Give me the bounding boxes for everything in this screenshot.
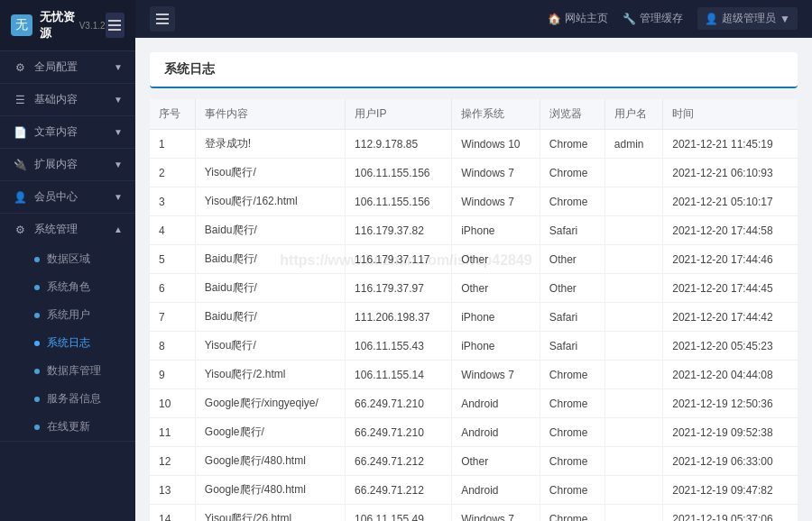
table-row: 14Yisou爬行/26.html106.11.155.49Windows 7C… [150,505,798,522]
sidebar-item-basic-content[interactable]: ☰ 基础内容 ▼ [0,84,135,115]
system-icon: ⚙ [13,223,27,237]
content-icon: ☰ [13,93,27,107]
sidebar-item-system-log[interactable]: 系统日志 [0,329,135,357]
arrow-icon: ▼ [114,192,123,202]
sub-menu-label: 系统角色 [47,279,90,295]
header-row: 序号 事件内容 用户IP 操作系统 浏览器 用户名 时间 [150,99,798,130]
table-cell: iPhone [452,216,540,245]
table-cell: 2 [150,159,195,187]
table-cell: Other [452,274,540,303]
table-cell: Baidu爬行/ [195,216,345,245]
sidebar-item-member-center[interactable]: 👤 会员中心 ▼ [0,181,135,213]
main-area: 🏠 网站主页 🔧 管理缓存 👤 超级管理员 ▼ 系统日志 序号 [135,0,812,521]
table-cell: admin [604,130,662,159]
table-row: 10Google爬行/xingyeqiye/66.249.71.210Andro… [150,389,798,418]
col-event: 事件内容 [195,99,345,130]
menu-group-basic: ☰ 基础内容 ▼ [0,84,135,116]
menu-group-article: 📄 文章内容 ▼ [0,116,135,149]
sidebar-item-system-role[interactable]: 系统角色 [0,273,135,301]
table-header: 序号 事件内容 用户IP 操作系统 浏览器 用户名 时间 [150,99,798,130]
extend-icon: 🔌 [13,158,27,172]
table-row: 3Yisou爬行/162.html106.11.155.156Windows 7… [150,187,798,216]
table-cell: Google爬行/ [195,418,345,447]
table-cell: Android [452,418,540,447]
table-cell: 112.9.178.85 [346,130,452,159]
topbar-menu-toggle[interactable] [150,6,175,32]
sidebar-item-global-config[interactable]: ⚙ 全局配置 ▼ [0,51,135,83]
table-cell [604,245,662,274]
chevron-down-icon: ▼ [780,13,790,25]
sub-menu-label: 数据区域 [47,251,90,267]
table-cell: 66.249.71.212 [346,447,452,476]
table-cell: 10 [150,389,195,418]
table-cell: 7 [150,303,195,332]
sidebar-item-extend-content[interactable]: 🔌 扩展内容 ▼ [0,149,135,180]
admin-cache-link[interactable]: 🔧 管理缓存 [623,11,683,26]
table-row: 1登录成功!112.9.178.85Windows 10Chromeadmin2… [150,130,798,159]
home-link-label: 网站主页 [565,11,608,26]
app-name: 无忧资源 [40,9,76,41]
table-cell: 106.11.155.156 [346,187,452,216]
table-cell: Chrome [540,361,604,389]
table-row: 5Baidu爬行/116.179.37.117OtherOther2021-12… [150,245,798,274]
topbar: 🏠 网站主页 🔧 管理缓存 👤 超级管理员 ▼ [135,0,812,38]
table-cell: Chrome [540,130,604,159]
table-body: 1登录成功!112.9.178.85Windows 10Chromeadmin2… [150,130,798,522]
table-cell: Google爬行/480.html [195,476,345,505]
table-cell: Yisou爬行/ [195,332,345,361]
sidebar-item-article-content[interactable]: 📄 文章内容 ▼ [0,116,135,148]
menu-toggle-button[interactable] [106,13,125,38]
menu-group-extend: 🔌 扩展内容 ▼ [0,149,135,181]
table-cell: 14 [150,505,195,522]
table-cell: 2021-12-20 17:44:46 [663,245,798,274]
table-cell: 2021-12-19 05:37:06 [663,505,798,522]
sidebar-item-system-manage[interactable]: ⚙ 系统管理 ▲ [0,214,135,245]
table-cell: Google爬行/480.html [195,447,345,476]
table-cell: Safari [540,303,604,332]
table-cell: 登录成功! [195,130,345,159]
table-cell: 106.11.155.156 [346,159,452,187]
table-cell: 116.179.37.117 [346,245,452,274]
table-cell: 1 [150,130,195,159]
table-cell [604,274,662,303]
table-cell: 2021-12-21 05:10:17 [663,187,798,216]
log-table-container: 序号 事件内容 用户IP 操作系统 浏览器 用户名 时间 1登录成功!112.9… [150,99,798,521]
sidebar-item-online-update[interactable]: 在线更新 [0,413,135,441]
arrow-icon: ▼ [114,160,123,169]
user-icon: 👤 [705,13,718,25]
table-cell: Chrome [540,476,604,505]
table-cell: 106.11.155.49 [346,505,452,522]
menu-label: 文章内容 [34,124,78,140]
dot-icon [34,397,40,402]
user-dropdown[interactable]: 👤 超级管理员 ▼ [697,7,798,30]
table-row: 4Baidu爬行/116.179.37.82iPhoneSafari2021-1… [150,216,798,245]
table-cell: Chrome [540,505,604,522]
table-cell: 2021-12-20 17:44:42 [663,303,798,332]
sidebar-item-system-user[interactable]: 系统用户 [0,301,135,329]
table-cell: Other [452,447,540,476]
table-cell: 9 [150,361,195,389]
table-cell [604,418,662,447]
page-title: 系统日志 [164,61,215,76]
home-link[interactable]: 🏠 网站主页 [548,11,608,26]
logo-bar: 无 无忧资源 V3.1.2 [0,0,135,51]
article-icon: 📄 [13,125,27,140]
table-cell: Windows 7 [452,361,540,389]
table-cell: Safari [540,332,604,361]
topbar-right: 🏠 网站主页 🔧 管理缓存 👤 超级管理员 ▼ [548,7,798,30]
table-cell: 2021-12-20 05:45:23 [663,332,798,361]
table-cell: Other [452,245,540,274]
table-cell: iPhone [452,303,540,332]
cache-icon: 🔧 [623,13,636,25]
content-area: 系统日志 序号 事件内容 用户IP 操作系统 浏览器 用户名 时间 1登录成功!… [135,38,812,521]
user-label: 超级管理员 [722,11,776,26]
sidebar-item-db-manage[interactable]: 数据库管理 [0,357,135,385]
table-row: 2Yisou爬行/106.11.155.156Windows 7Chrome20… [150,159,798,187]
sidebar-item-server-info[interactable]: 服务器信息 [0,385,135,413]
sidebar-item-data-region[interactable]: 数据区域 [0,245,135,273]
table-cell [604,332,662,361]
table-cell: 2021-12-20 04:44:08 [663,361,798,389]
table-cell [604,476,662,505]
table-cell: Yisou爬行/ [195,159,345,187]
sub-menu-label: 服务器信息 [47,391,101,407]
